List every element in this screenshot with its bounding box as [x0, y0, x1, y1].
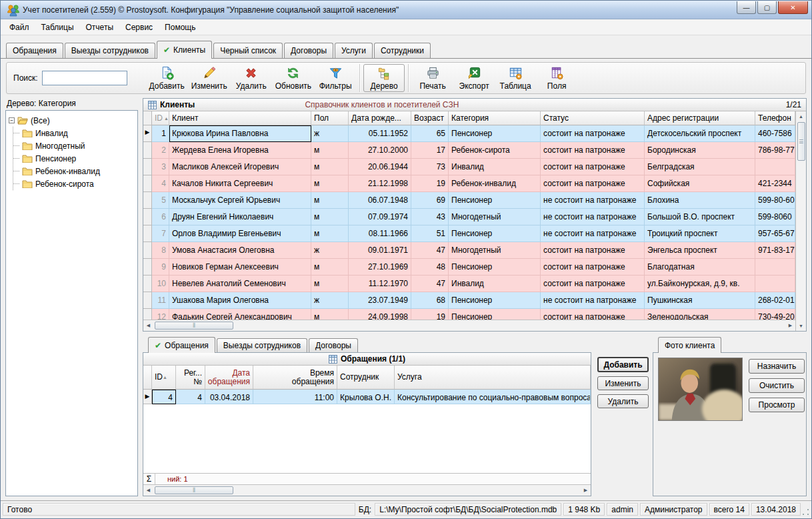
tab-client-photo[interactable]: Фото клиента: [658, 337, 721, 353]
column-header-reg-number[interactable]: Рег...№: [176, 366, 205, 390]
menu-file[interactable]: Файл: [3, 21, 35, 34]
column-header-employee[interactable]: Сотрудник: [337, 366, 395, 390]
cell-category[interactable]: Ребенок-сирота: [449, 142, 541, 159]
column-header-birthdate[interactable]: Дата рожде...: [349, 111, 411, 125]
cell-age[interactable]: 47: [411, 242, 449, 259]
tab-blacklist[interactable]: Черный список: [213, 43, 283, 58]
cell-id[interactable]: 8: [152, 242, 169, 259]
cell-birthdate[interactable]: 20.06.1944: [349, 159, 411, 175]
filters-button[interactable]: Фильтры: [315, 64, 356, 92]
cell-address[interactable]: Бородинская: [645, 142, 755, 159]
table-row[interactable]: ▶ 4 4 03.04.2018 11:00 Крылова О.Н. Конс…: [143, 390, 591, 404]
cell-client[interactable]: Невелев Анатолий Семенович: [169, 276, 311, 292]
menu-service[interactable]: Сервис: [119, 21, 159, 34]
tab-appeals-sub[interactable]: ✔Обращения: [148, 337, 215, 353]
cell-age[interactable]: 65: [411, 125, 449, 142]
cell-id[interactable]: 11: [152, 292, 169, 309]
column-header-age[interactable]: Возраст: [411, 111, 449, 125]
cell-phone[interactable]: 421-2344: [755, 175, 795, 192]
edit-button[interactable]: Изменить: [188, 64, 231, 92]
cell-address[interactable]: Зеленодольская: [645, 309, 755, 320]
cell-status[interactable]: состоит на патронаже: [541, 309, 645, 320]
table-row[interactable]: 8 Умова Анастасия Олеговна ж 09.01.1971 …: [143, 242, 795, 259]
refresh-button[interactable]: Обновить: [272, 64, 315, 92]
cell-employee[interactable]: Крылова О.Н.: [337, 390, 395, 404]
tree-toggle-button[interactable]: Дерево: [363, 64, 405, 92]
cell-gender[interactable]: м: [311, 159, 349, 175]
tree-node-child-invalid[interactable]: Ребенок-инвалид: [13, 165, 135, 177]
cell-age[interactable]: 48: [411, 259, 449, 276]
hscroll-thumb[interactable]: ⫼: [155, 322, 233, 330]
column-header-gender[interactable]: Пол: [311, 111, 349, 125]
cell-category[interactable]: Пенсионер: [449, 292, 541, 309]
export-button[interactable]: Экспорт: [453, 64, 495, 92]
clear-photo-button[interactable]: Очистить: [749, 378, 805, 393]
restore-button[interactable]: ▢: [757, 1, 777, 14]
column-header-id[interactable]: ID▲: [152, 111, 169, 125]
cell-id[interactable]: 9: [152, 259, 169, 276]
table-row[interactable]: 2 Жердева Елена Игоревна м 27.10.2000 17…: [143, 142, 795, 159]
cell-phone[interactable]: 957-65-67: [755, 225, 795, 242]
tree-expander-icon[interactable]: −: [9, 117, 15, 123]
cell-client[interactable]: Качалов Никита Сергеевич: [169, 175, 311, 192]
cell-category[interactable]: Пенсионер: [449, 225, 541, 242]
cell-id[interactable]: 3: [152, 159, 169, 175]
scroll-down-arrow-icon[interactable]: ▼: [796, 321, 806, 331]
column-header-category[interactable]: Категория: [449, 111, 541, 125]
assign-photo-button[interactable]: Назначить: [749, 359, 805, 374]
cell-age[interactable]: 69: [411, 192, 449, 209]
cell-gender[interactable]: м: [311, 192, 349, 209]
cell-birthdate[interactable]: 09.01.1971: [349, 242, 411, 259]
cell-gender[interactable]: м: [311, 309, 349, 320]
cell-gender[interactable]: м: [311, 225, 349, 242]
tab-appeals[interactable]: Обращения: [6, 43, 63, 58]
edit-appeal-button[interactable]: Изменить: [597, 376, 649, 390]
delete-appeal-button[interactable]: Удалить: [597, 394, 649, 408]
cell-id[interactable]: 6: [152, 209, 169, 225]
clients-hscrollbar[interactable]: ◀ ⫼ ▶: [143, 320, 795, 331]
table-row[interactable]: 9 Новиков Герман Алексеевич м 27.10.1969…: [143, 259, 795, 276]
menu-reports[interactable]: Отчеты: [80, 21, 119, 34]
scroll-right-arrow-icon[interactable]: ▶: [581, 486, 591, 496]
table-row[interactable]: 4 Качалов Никита Сергеевич м 21.12.1998 …: [143, 175, 795, 192]
column-header-appeal-time[interactable]: Времяобращения: [253, 366, 337, 390]
tab-services[interactable]: Услуги: [335, 43, 373, 58]
cell-id[interactable]: 7: [152, 225, 169, 242]
cell-status[interactable]: состоит на патронаже: [541, 159, 645, 175]
cell-client[interactable]: Фадькин Сергей Александрович: [169, 309, 311, 320]
fields-settings-button[interactable]: Поля: [536, 64, 577, 92]
column-header-phone[interactable]: Телефон: [755, 111, 795, 125]
cell-gender[interactable]: м: [311, 259, 349, 276]
table-row[interactable]: ▶ 1 Крюкова Ирина Павловна ж 05.11.1952 …: [143, 125, 795, 142]
cell-gender[interactable]: ж: [311, 125, 349, 142]
cell-client[interactable]: Жердева Елена Игоревна: [169, 142, 311, 159]
print-button[interactable]: Печать: [412, 64, 453, 92]
cell-phone[interactable]: 268-02-01: [755, 292, 795, 309]
tree-node-orphan[interactable]: Ребенок-сирота: [13, 177, 135, 190]
cell-address[interactable]: Благодатная: [645, 259, 755, 276]
cell-client[interactable]: Умова Анастасия Олеговна: [169, 242, 311, 259]
cell-reg-number[interactable]: 4: [176, 390, 205, 404]
cell-birthdate[interactable]: 05.11.1952: [349, 125, 411, 142]
cell-address[interactable]: Большой В.О. проспект: [645, 209, 755, 225]
cell-id[interactable]: 10: [152, 276, 169, 292]
cell-address[interactable]: Софийская: [645, 175, 755, 192]
cell-id[interactable]: 4: [152, 175, 169, 192]
close-button[interactable]: ✕: [778, 1, 808, 14]
cell-phone[interactable]: 786-98-77: [755, 142, 795, 159]
cell-birthdate[interactable]: 21.12.1998: [349, 175, 411, 192]
cell-birthdate[interactable]: 23.07.1949: [349, 292, 411, 309]
appeals-hscrollbar[interactable]: ◀ ⫼ ▶: [143, 484, 591, 496]
menu-tables[interactable]: Таблицы: [35, 21, 80, 34]
cell-birthdate[interactable]: 27.10.2000: [349, 142, 411, 159]
cell-status[interactable]: состоит на патронаже: [541, 175, 645, 192]
cell-address[interactable]: Белградская: [645, 159, 755, 175]
cell-client[interactable]: Крюкова Ирина Павловна: [169, 125, 311, 142]
table-row[interactable]: 12 Фадькин Сергей Александрович м 24.09.…: [143, 309, 795, 320]
cell-category[interactable]: Пенсионер: [449, 125, 541, 142]
cell-status[interactable]: не состоит на патронаже: [541, 192, 645, 209]
cell-address[interactable]: ул.Байконурская, д.9, кв.: [645, 276, 755, 292]
cell-category[interactable]: Многодетный: [449, 242, 541, 259]
cell-address[interactable]: Энгельса проспект: [645, 242, 755, 259]
cell-client[interactable]: Ушакова Мария Олеговна: [169, 292, 311, 309]
